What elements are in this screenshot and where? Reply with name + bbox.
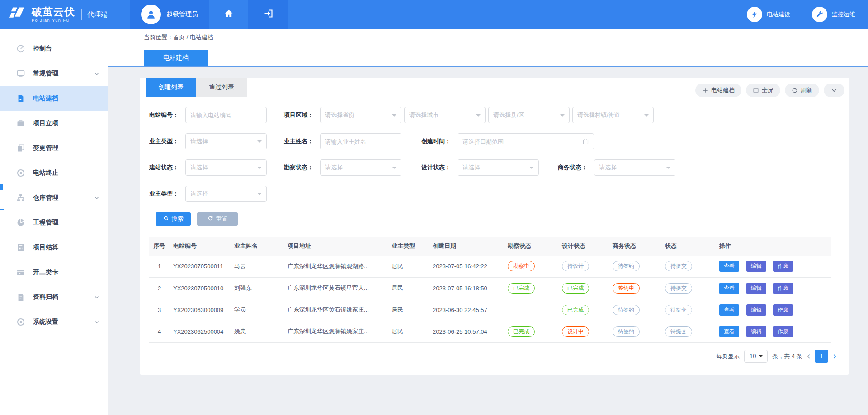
col-created: 创建日期 [429, 237, 504, 256]
view-button[interactable]: 查看 [719, 261, 739, 272]
caret-down-icon [529, 167, 534, 171]
archive-doc-icon [16, 293, 25, 302]
survey-status-badge: 勘察中 [508, 261, 535, 271]
sidebar-item-label: 系统设置 [33, 318, 58, 326]
void-button[interactable]: 作废 [773, 326, 793, 337]
edit-button[interactable]: 编辑 [746, 304, 766, 316]
sidebar-item-project-settlement[interactable]: 项目结算 [0, 235, 108, 260]
edit-button[interactable]: 编辑 [746, 261, 766, 272]
station-construction-nav[interactable]: 电站建设 [747, 7, 790, 22]
view-button[interactable]: 查看 [719, 283, 739, 294]
page-tabstrip: 电站建档 [108, 46, 868, 67]
sidebar-scroll-indicator [0, 209, 4, 210]
void-button[interactable]: 作废 [773, 304, 793, 316]
sidebar-item-station-termination[interactable]: 电站终止 [0, 160, 108, 185]
caret-down-icon [666, 167, 670, 171]
sidebar-item-change-mgmt[interactable]: 变更管理 [0, 135, 108, 160]
town-select[interactable]: 请选择村镇/街道 [572, 107, 654, 123]
sidebar-item-type2-card[interactable]: 开二类卡 [0, 260, 108, 284]
add-station-filing-button[interactable]: 电站建档 [695, 84, 741, 97]
document-icon [16, 94, 25, 103]
collapse-toolbar-button[interactable] [824, 84, 844, 97]
navbar-spacer [288, 0, 747, 29]
home-button[interactable] [209, 0, 248, 29]
table-header-row: 序号 电站编号 业主姓名 项目地址 业主类型 创建日期 勘察状态 设计状态 商务… [149, 237, 831, 256]
station-no-input[interactable] [185, 107, 267, 123]
col-index: 序号 [149, 237, 170, 256]
calculator-icon [16, 243, 25, 252]
city-select[interactable]: 请选择城市 [404, 107, 486, 123]
breadcrumb-path[interactable]: 首页 / 电站建档 [173, 34, 213, 41]
sidebar-item-engineering-mgmt[interactable]: 工程管理 [0, 210, 108, 235]
caret-down-icon [644, 114, 649, 119]
tab-create-list[interactable]: 创建列表 [146, 78, 196, 97]
table-row: 2 YX2023070500010 刘强东 广东深圳龙华区黄石镇星官大... 居… [149, 277, 831, 299]
fullscreen-button[interactable]: 全屏 [746, 84, 780, 97]
search-button[interactable]: 搜索 [156, 212, 191, 226]
sign-in-button[interactable] [248, 0, 288, 29]
owner-name-input[interactable] [320, 133, 401, 149]
sidebar-item-data-archiving[interactable]: 资料归档 [0, 284, 108, 309]
business-status-select[interactable]: 请选择 [594, 159, 675, 176]
business-status-badge: 待签约 [613, 305, 640, 315]
monitor-icon [16, 69, 25, 78]
sidebar-item-general-mgmt[interactable]: 常规管理 [0, 61, 108, 86]
copy-icon [16, 144, 25, 153]
void-button[interactable]: 作废 [773, 283, 793, 294]
filter-form: 电站编号： 项目区域： 请选择省份 请选择城市 请选择县/区 [140, 97, 849, 226]
sitemap-icon [16, 193, 25, 202]
sidebar-item-project-initiation[interactable]: 项目立项 [0, 111, 108, 135]
date-range-input[interactable] [458, 133, 594, 149]
search-icon [163, 215, 169, 223]
province-select[interactable]: 请选择省份 [320, 107, 401, 123]
col-owner-type: 业主类型 [388, 237, 429, 256]
status-badge: 待提交 [665, 261, 692, 271]
next-page-button[interactable]: › [833, 352, 836, 360]
survey-status-select[interactable]: 请选择 [320, 159, 401, 176]
reset-button[interactable]: 重置 [197, 212, 238, 226]
fullscreen-icon [753, 87, 759, 93]
design-status-badge: 设计中 [562, 326, 589, 337]
view-button[interactable]: 查看 [719, 304, 739, 316]
top-navbar: 破茧云伏 Po Jian Yun Fu 代理端 超级管理员 [0, 0, 868, 29]
survey-status-label: 勘察状态： [284, 163, 320, 172]
design-status-label: 设计状态： [421, 163, 458, 172]
sidebar-item-station-filing[interactable]: 电站建档 [0, 86, 108, 111]
target-icon [16, 168, 25, 177]
chevron-down-icon [94, 71, 99, 76]
edit-button[interactable]: 编辑 [746, 326, 766, 337]
page-number-button[interactable]: 1 [815, 350, 828, 363]
tab-station-filing[interactable]: 电站建档 [144, 50, 208, 66]
design-status-badge: 待设计 [562, 261, 589, 271]
void-button[interactable]: 作废 [773, 261, 793, 272]
sidebar-scroll-indicator [0, 184, 3, 190]
view-button[interactable]: 查看 [719, 326, 739, 337]
build-status-select[interactable]: 请选择 [185, 159, 267, 176]
owner-type2-select[interactable]: 请选择 [185, 186, 267, 202]
content-card: 创建列表 通过列表 电站建档 全屏 [140, 78, 849, 375]
edit-button[interactable]: 编辑 [746, 283, 766, 294]
home-icon [223, 8, 234, 21]
caret-down-icon [257, 167, 262, 171]
wrench-icon [812, 7, 827, 22]
sidebar-item-system-settings[interactable]: 系统设置 [0, 309, 108, 334]
settings-target-icon [16, 317, 25, 326]
caret-down-icon [759, 355, 763, 359]
col-business-status: 商务状态 [609, 237, 661, 256]
prev-page-button[interactable]: ‹ [807, 352, 811, 360]
station-construction-label: 电站建设 [767, 10, 790, 19]
county-select[interactable]: 请选择县/区 [488, 107, 570, 123]
tab-approved-list[interactable]: 通过列表 [196, 78, 247, 97]
status-badge: 待提交 [665, 326, 692, 337]
design-status-select[interactable]: 请选择 [458, 159, 539, 176]
page-size-select[interactable]: 10 [744, 350, 768, 363]
monitoring-ops-label: 监控运维 [832, 10, 855, 19]
col-status: 状态 [661, 237, 716, 256]
sidebar-item-warehouse-mgmt[interactable]: 仓库管理 [0, 185, 108, 210]
monitoring-ops-nav[interactable]: 监控运维 [812, 7, 855, 22]
owner-type-select[interactable]: 请选择 [185, 133, 267, 149]
sidebar-item-console[interactable]: 控制台 [0, 36, 108, 61]
plus-icon [702, 87, 708, 93]
user-menu[interactable]: 超级管理员 [130, 0, 209, 29]
refresh-button[interactable]: 刷新 [785, 84, 819, 97]
